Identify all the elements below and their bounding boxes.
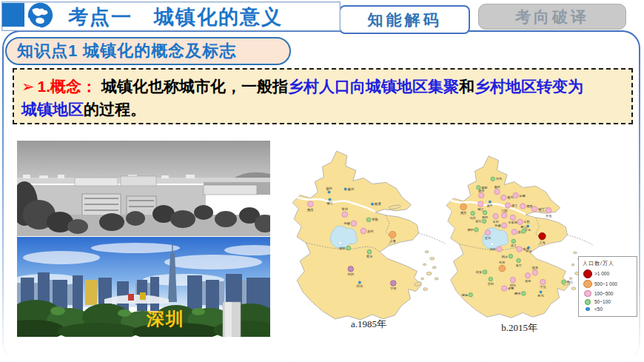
city-name-overlay: 深圳 (147, 310, 185, 328)
city-dot (539, 232, 546, 240)
legend-label: >1 000 (594, 271, 609, 276)
city-dot (527, 225, 529, 227)
legend-label: 100~500 (594, 291, 614, 296)
knowledge-point-badge: 知识点1 城镇化的概念及标志 (5, 37, 291, 65)
legend-dot-icon (583, 280, 591, 288)
city-dot (371, 203, 373, 205)
city-dot (389, 231, 396, 238)
city-dot (483, 210, 487, 215)
city-dot (510, 277, 515, 282)
city-label: 上海 (389, 239, 396, 243)
legend-row: <50 (583, 306, 634, 312)
concept-text-segment: 1.概念： (38, 78, 98, 95)
legend-dot-icon (584, 290, 591, 298)
legend-dot-cell (583, 307, 593, 311)
city-label: 南通 (526, 204, 532, 208)
city-dot (483, 270, 487, 275)
city-dot (562, 280, 566, 284)
city-dot (517, 219, 523, 224)
city-label: 海宁 (515, 264, 522, 267)
city-label: 常州 (341, 207, 348, 211)
city-dot (502, 223, 507, 228)
concept-line-1: ➢1.概念： 城镇化也称城市化，一般指乡村人口向城镇地区集聚和乡村地区转变为 (21, 75, 624, 98)
photo-shenzhen-modern: 深圳 (17, 237, 270, 337)
city-label: 杭州 (498, 261, 505, 264)
city-dot (485, 230, 490, 235)
concept-box: ➢1.概念： 城镇化也称城市化，一般指乡村人口向城镇地区集聚和乡村地区转变为 城… (13, 68, 633, 124)
city-label: 溧阳 (467, 228, 473, 232)
city-label: 南通 (375, 201, 381, 206)
city-dot (366, 218, 371, 222)
legend-dot-icon (583, 269, 592, 278)
city-label: 慈溪 (531, 266, 538, 269)
city-label: 上海 (539, 241, 545, 244)
city-dot (479, 192, 484, 198)
city-dot (494, 189, 500, 194)
city-dot (358, 281, 360, 284)
concept-text-segment: 的过程。 (84, 101, 146, 118)
city-dot (390, 281, 396, 286)
city-label: 江阴 (501, 209, 507, 212)
city-label: 苏州 (367, 229, 374, 233)
tab-zhineng-jiema[interactable]: 知能解码 (339, 5, 470, 34)
city-dot (521, 292, 526, 296)
city-label: 常熟 (523, 220, 529, 224)
city-label: 靖江 (511, 204, 517, 207)
concept-text-segment: 乡村人口向城镇地区集聚 (288, 78, 459, 95)
city-dot (367, 249, 372, 254)
legend-row: 50~100 (583, 299, 634, 305)
legend-items: >1 000500~1 000100~50050~100<50 (583, 269, 634, 312)
tab-kaoxiang-poyi[interactable]: 考向破译 (478, 4, 626, 30)
city-dot (469, 293, 473, 298)
city-label: 常州 (492, 220, 498, 224)
map-caption-a: a.1985年 (290, 318, 447, 331)
city-label: 嘉兴 (366, 255, 373, 258)
city-label: 常熟 (372, 218, 378, 221)
city-dot (511, 229, 517, 235)
city-dot (502, 212, 507, 218)
legend-dot-cell (583, 269, 593, 278)
city-label: 绍兴 (357, 284, 363, 288)
city-label: 嵊州 (514, 292, 520, 295)
city-label: 诸暨 (508, 286, 514, 290)
legend-dot-icon (585, 299, 591, 305)
city-dot (344, 188, 346, 190)
city-dot (502, 286, 507, 291)
city-dot (474, 228, 479, 232)
city-label: 吴江 (511, 244, 517, 247)
city-dot (505, 203, 510, 208)
map-2015: 兴化高邮扬州泰州如皋镇江扬中泰兴靖江南京句容丹阳常州南通海门启东金坛江阴张家港常… (444, 148, 594, 327)
legend-dot-cell (583, 299, 593, 305)
city-dot (520, 204, 526, 209)
city-label: 镇江 (326, 201, 333, 205)
bw-foreground-blocks (82, 194, 156, 216)
city-label: 建德 (462, 293, 469, 297)
legend-title: 人口数/万人 (583, 260, 634, 267)
city-label: 张家港 (509, 221, 517, 224)
city-dot (513, 192, 518, 198)
city-dot (540, 279, 546, 284)
header-accent-block (2, 3, 24, 27)
legend-label: 50~100 (594, 299, 611, 304)
city-dot (491, 177, 495, 181)
legend-row: 500~1 000 (583, 280, 634, 288)
map-1985: 扬州泰州镇江南通南京常州无锡常熟苏州上海湖州嘉兴杭州绍兴宁波 (290, 147, 447, 326)
legend-dot-icon (586, 307, 589, 311)
city-dot (509, 254, 513, 258)
city-dot (540, 291, 542, 293)
city-label: 如皋 (520, 194, 526, 198)
city-dot (493, 213, 498, 218)
city-dot (460, 204, 467, 210)
white-pillar (223, 302, 241, 337)
city-label: 丹阳 (482, 215, 488, 219)
city-dot (471, 211, 475, 215)
city-label: 南京 (307, 208, 314, 212)
legend-label: 500~1 000 (594, 281, 617, 286)
photo-shenzhen-1980s (17, 141, 270, 236)
concept-text-segment: 城镇化也称城市化，一般指 (97, 78, 288, 95)
city-label: 宁波 (540, 285, 546, 289)
arrow-bullet-icon: ➢ (21, 78, 35, 95)
legend-dot-cell (583, 280, 593, 288)
legend-label: <50 (594, 306, 603, 312)
city-label: 泰兴 (507, 195, 513, 199)
